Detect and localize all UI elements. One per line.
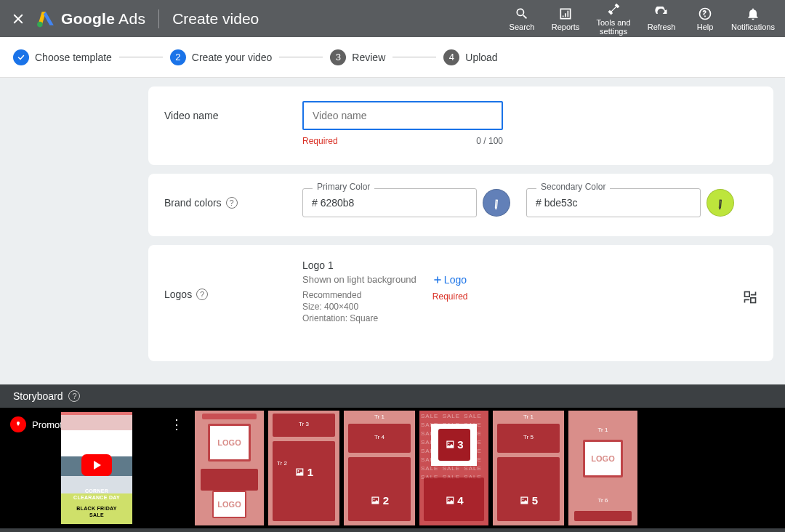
storyboard-panel: Storyboard ? Promote Your Sale ⋮ CORNER … <box>0 384 785 532</box>
secondary-color-legend: Secondary Color <box>536 182 610 192</box>
logos-card: Logos ? Logo 1 Shown on light background… <box>148 245 773 361</box>
svg-point-2 <box>37 21 43 27</box>
primary-color-input[interactable]: # 6280b8 <box>302 188 477 217</box>
reports-button[interactable]: Reports <box>544 1 587 36</box>
search-button[interactable]: Search <box>500 1 544 36</box>
storyboard-frame[interactable]: Tr 1 Tr 5 5 <box>493 411 564 525</box>
google-ads-logo-icon <box>36 9 55 28</box>
expand-icon[interactable] <box>743 290 757 307</box>
storyboard-preview[interactable]: Promote Your Sale ⋮ CORNER CLEARANCE DAY… <box>3 411 190 525</box>
help-button[interactable]: Help <box>683 1 727 36</box>
logo-subtitle: Shown on light background <box>302 274 416 285</box>
help-icon[interactable]: ? <box>68 390 80 402</box>
channel-avatar-icon <box>10 416 26 432</box>
notifications-button[interactable]: Notifications <box>727 1 779 36</box>
logos-label: Logos ? <box>164 259 302 300</box>
video-name-error: Required <box>302 136 338 146</box>
page-title: Create video <box>172 10 259 28</box>
step-upload[interactable]: 4 Upload <box>443 49 497 65</box>
secondary-color-input[interactable]: # bde53c <box>526 188 701 217</box>
storyboard-frame[interactable]: Tr 1 Tr 4 2 <box>344 411 415 525</box>
check-icon <box>13 49 29 65</box>
storyboard-frame[interactable]: LOGO LOGO <box>195 411 264 525</box>
step-review[interactable]: 3 Review <box>330 49 385 65</box>
storyboard-title: Storyboard <box>13 390 63 402</box>
secondary-color-swatch[interactable] <box>706 189 734 217</box>
add-logo-button[interactable]: Logo <box>432 274 468 286</box>
tools-settings-button[interactable]: Tools and settings <box>587 1 640 36</box>
logo-title: Logo 1 <box>302 259 416 271</box>
svg-rect-5 <box>745 292 750 297</box>
svg-rect-6 <box>751 298 756 303</box>
step-choose-template[interactable]: Choose template <box>13 49 112 65</box>
storyboard-frame[interactable]: SALE SALE SALE SALE SALE SALE SALE SALE … <box>419 411 488 525</box>
help-icon[interactable]: ? <box>226 197 238 209</box>
video-name-input[interactable] <box>313 110 493 121</box>
logo-recommended: Recommended Size: 400×400 Orientation: S… <box>302 289 416 324</box>
logo-placeholder: LOGO <box>212 491 246 518</box>
video-name-card: Video name Required 0 / 100 <box>148 86 773 165</box>
storyboard-frame[interactable]: Tr 1 LOGO Tr 6 <box>568 411 637 525</box>
logo-required: Required <box>432 291 468 302</box>
brand-colors-label: Brand colors ? <box>164 188 302 209</box>
video-options-button[interactable]: ⋮ <box>170 416 183 432</box>
help-icon[interactable]: ? <box>196 289 208 300</box>
step-create-video[interactable]: 2 Create your video <box>170 49 273 65</box>
play-icon[interactable] <box>81 454 112 476</box>
logo-placeholder: LOGO <box>583 440 623 477</box>
primary-color-swatch[interactable] <box>483 189 510 217</box>
close-button[interactable] <box>0 12 36 25</box>
video-name-counter: 0 / 100 <box>476 136 503 146</box>
vertical-divider <box>158 9 159 28</box>
logo-placeholder: LOGO <box>208 424 251 462</box>
brand-name: Google Ads <box>61 10 145 28</box>
refresh-button[interactable]: Refresh <box>640 1 683 36</box>
video-name-label: Video name <box>164 101 302 121</box>
brand-colors-card: Brand colors ? Primary Color # 6280b8 Se… <box>148 174 773 236</box>
stepper: Choose template 2 Create your video 3 Re… <box>0 37 785 78</box>
storyboard-frame[interactable]: Tr 3 Tr 2 1 <box>268 411 339 525</box>
primary-color-legend: Primary Color <box>313 182 374 192</box>
